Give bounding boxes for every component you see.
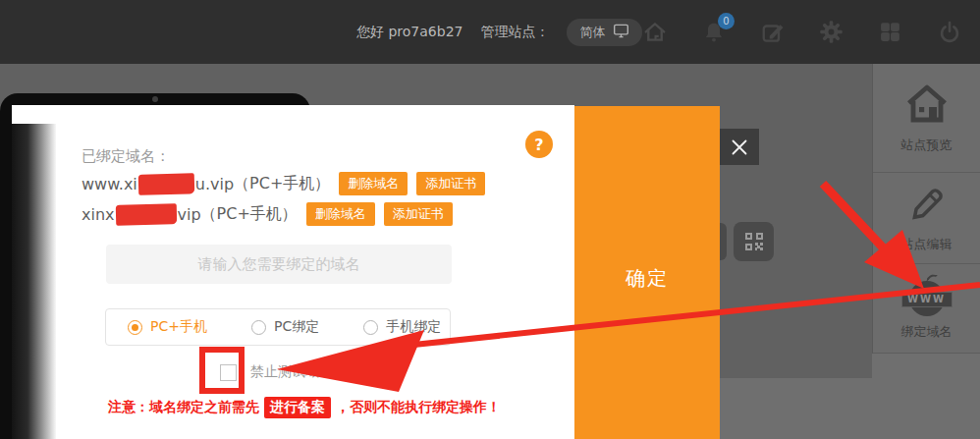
radio-circle: [251, 320, 266, 335]
greeting-text: 您好 pro7a6b27: [356, 24, 463, 41]
add-certificate-button[interactable]: 添加证书: [384, 202, 453, 226]
bound-domains-title: 已绑定域名：: [82, 147, 170, 166]
help-icon[interactable]: ?: [525, 131, 553, 158]
bind-mode-radio-group: PC+手机 PC绑定 手机绑定: [105, 308, 451, 346]
language-switch-button[interactable]: 简体: [567, 19, 642, 46]
qr-code-icon[interactable]: [734, 222, 774, 261]
right-sidebar: 站点预览 站点编辑 WWW 绑定域名: [872, 64, 980, 354]
sidebar-item-label: 站点编辑: [901, 236, 953, 253]
home-icon[interactable]: [641, 19, 668, 45]
confirm-button[interactable]: 确定: [574, 106, 720, 439]
forbid-test-domain-checkbox[interactable]: [220, 364, 237, 381]
dimmed-page-band: [872, 354, 980, 439]
forbid-test-domain-label: 禁止测试域名访问: [250, 363, 360, 381]
dialog-left-shadow: [12, 124, 57, 439]
top-header: 您好 pro7a6b27 管理站点： 简体 0: [0, 0, 980, 64]
red-scribble-mask: [138, 173, 195, 194]
radio-label: PC+手机: [150, 318, 207, 336]
monitor-icon: [613, 24, 629, 41]
confirm-button-label: 确定: [574, 265, 720, 292]
filing-notice: 注意：域名绑定之前需先进行备案，否则不能执行绑定操作！: [108, 397, 501, 418]
app-screen: 您好 pro7a6b27 管理站点： 简体 0: [0, 0, 980, 439]
add-certificate-button[interactable]: 添加证书: [416, 172, 485, 195]
sidebar-item-site-preview[interactable]: 站点预览: [873, 64, 980, 173]
delete-domain-button[interactable]: 删除域名: [306, 202, 375, 226]
radio-mobile-bind[interactable]: 手机绑定: [363, 318, 441, 336]
go-filing-link[interactable]: 进行备案: [264, 397, 331, 418]
domain-text: www.xi: [82, 175, 137, 193]
radio-pc-bind[interactable]: PC绑定: [251, 318, 319, 336]
www-band-text: WWW: [901, 292, 953, 307]
domain-text: xinx: [82, 205, 115, 224]
www-globe-icon: WWW: [901, 277, 953, 316]
radio-label: PC绑定: [274, 318, 319, 336]
bound-domain-row: www.xiu.vip（PC+手机） 删除域名 添加证书: [82, 172, 485, 195]
notification-count-badge: 0: [718, 13, 735, 29]
notice-text-pre: 注意：域名绑定之前需先: [108, 399, 259, 414]
dimmed-page-band: [720, 378, 872, 439]
site-edit-pencil-icon: [906, 184, 948, 229]
notice-text-post: ，否则不能执行绑定操作！: [336, 399, 501, 414]
power-icon[interactable]: [936, 19, 962, 45]
sidebar-item-site-edit[interactable]: 站点编辑: [873, 173, 980, 264]
close-icon[interactable]: [720, 129, 759, 165]
site-preview-house-icon: [903, 82, 951, 130]
sidebar-item-label: 绑定域名: [901, 323, 953, 341]
radio-label: 手机绑定: [386, 318, 441, 336]
radio-circle-selected: [128, 320, 142, 335]
tablet-camera-dot: [152, 96, 158, 102]
apps-grid-icon[interactable]: [877, 19, 903, 45]
red-scribble-mask: [115, 203, 177, 226]
sidebar-item-bind-domain[interactable]: WWW 绑定域名: [873, 264, 980, 354]
domain-text: vip: [178, 205, 201, 224]
domain-mode-text: （PC+手机）: [234, 174, 330, 194]
sidebar-item-label: 站点预览: [901, 137, 953, 154]
edit-icon[interactable]: [759, 19, 786, 45]
bind-domain-dialog: ? 已绑定域名： www.xiu.vip（PC+手机） 删除域名 添加证书 xi…: [56, 105, 574, 439]
domain-input[interactable]: [106, 245, 452, 284]
radio-pc-and-mobile[interactable]: PC+手机: [128, 318, 207, 336]
domain-text: u.vip: [195, 175, 234, 193]
manage-site-label: 管理站点：: [480, 24, 549, 41]
radio-circle: [363, 320, 378, 335]
language-label: 简体: [579, 24, 605, 41]
domain-mode-text: （PC+手机）: [201, 204, 298, 225]
delete-domain-button[interactable]: 删除域名: [339, 172, 408, 195]
notifications-bell-icon[interactable]: 0: [700, 19, 727, 45]
settings-gear-icon[interactable]: [818, 19, 844, 45]
bound-domain-row: xinxvip（PC+手机） 删除域名 添加证书: [82, 202, 453, 226]
